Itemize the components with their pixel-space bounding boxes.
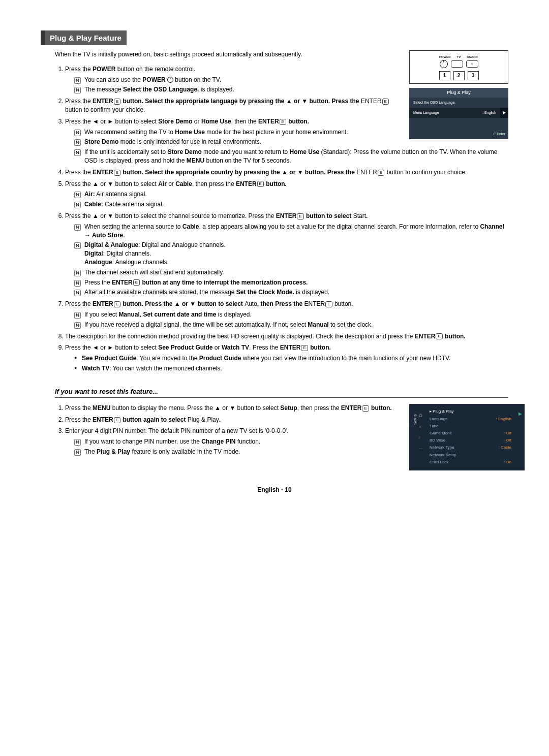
note-item: Store Demo mode is only intended for use… bbox=[74, 138, 508, 146]
note-item: The channel search will start and end au… bbox=[74, 268, 508, 277]
setup-row: Network Setup bbox=[425, 451, 525, 458]
note-item: After all the available channels are sto… bbox=[74, 288, 508, 297]
step-item: Press the MENU button to display the men… bbox=[65, 404, 402, 413]
note-item: The Plug & Play feature is only availabl… bbox=[74, 448, 402, 456]
osd-arrow: ▶ bbox=[500, 108, 508, 118]
enter-icon: E bbox=[382, 99, 389, 105]
note-item: When setting the antenna source to Cable… bbox=[74, 223, 508, 240]
osd-prompt: Select the OSD Language. bbox=[409, 98, 508, 108]
step-item: The description for the connection metho… bbox=[65, 332, 508, 341]
setup-first-label: ▸ Plug & Play bbox=[430, 408, 454, 414]
setup-osd-figure: Setup ✿ ☀ ≡ ⋯ ▶ ▸ Plug & Play Language: … bbox=[409, 404, 508, 471]
label-onoff: ON/OFF bbox=[467, 55, 478, 59]
bullet-item: See Product Guide: You are moved to the … bbox=[74, 354, 508, 363]
enter-icon: E bbox=[378, 170, 384, 176]
setup-row: Language: English bbox=[425, 415, 525, 422]
setup-row-first: ▸ Plug & Play bbox=[425, 408, 525, 415]
osd-row-label: Menu Language bbox=[413, 110, 439, 115]
enter-icon: E bbox=[133, 279, 140, 286]
setup-row: Child Lock: On bbox=[425, 458, 525, 465]
setup-row: BD Wise: Off bbox=[425, 437, 525, 444]
enter-icon: E bbox=[436, 333, 442, 339]
gear-icon: ✿ bbox=[418, 412, 422, 419]
enter-icon: E bbox=[114, 417, 120, 423]
setup-side-label: Setup bbox=[412, 414, 418, 425]
step-item: Press the ENTERE button. Press the ▲ or … bbox=[65, 300, 508, 329]
bullet-item: Watch TV: You can watch the memorized ch… bbox=[74, 364, 508, 373]
onoff-btn: ♀ bbox=[466, 60, 478, 68]
note-item: If the unit is accidentally set to Store… bbox=[74, 148, 508, 165]
power-icon bbox=[167, 77, 173, 83]
step-item: Press the ◄ or ► button to select See Pr… bbox=[65, 343, 508, 372]
enter-icon: E bbox=[257, 181, 264, 187]
setup-row: Time bbox=[425, 422, 525, 429]
enter-icon: E bbox=[362, 405, 369, 412]
label-power: POWER bbox=[439, 55, 451, 59]
page-footer: English - 10 bbox=[41, 486, 508, 494]
note-item: We recommend setting the TV to Home Use … bbox=[74, 128, 508, 137]
step-item: Enter your 4 digit PIN number. The defau… bbox=[65, 427, 402, 456]
enter-icon: E bbox=[114, 170, 120, 176]
note-item: If you have received a digital signal, t… bbox=[74, 321, 508, 329]
main-content: POWER TV ON/OFF ♀ 1 2 3 Plug & Play Sele… bbox=[55, 50, 508, 470]
enter-icon: E bbox=[280, 119, 286, 125]
enter-icon: E bbox=[325, 301, 332, 307]
note-item: The message Select the OSD Language. is … bbox=[74, 85, 508, 94]
note-item: You can also use the POWER button on the… bbox=[74, 76, 508, 84]
section-header: Plug & Play Feature bbox=[41, 30, 508, 45]
step-item: Press the ENTERE button. Select the appr… bbox=[65, 168, 508, 177]
note-item: If you select Manual, Set current date a… bbox=[74, 310, 508, 319]
right-figures: POWER TV ON/OFF ♀ 1 2 3 Plug & Play Sele… bbox=[409, 50, 508, 139]
section-title: Plug & Play Feature bbox=[41, 30, 127, 45]
enter-icon: E bbox=[301, 345, 308, 351]
enter-icon: E bbox=[114, 99, 120, 105]
setup-osd: Setup ✿ ☀ ≡ ⋯ ▶ ▸ Plug & Play Language: … bbox=[409, 404, 525, 471]
note-item: Press the ENTERE button at any time to i… bbox=[74, 278, 508, 287]
reset-steps: Press the MENU button to display the men… bbox=[55, 404, 402, 456]
enter-icon: E bbox=[114, 301, 120, 307]
step-item: Press the ▲ or ▼ button to select the ch… bbox=[65, 212, 508, 297]
osd-row-value: : English bbox=[482, 110, 496, 115]
lines-icon: ≡ bbox=[418, 435, 422, 440]
note-item: Air: Air antenna signal. bbox=[74, 190, 508, 199]
power-btn-icon bbox=[440, 60, 448, 68]
step-item: Press the ▲ or ▼ button to select Air or… bbox=[65, 180, 508, 209]
dots-icon: ⋯ bbox=[418, 446, 422, 451]
bright-icon: ☀ bbox=[418, 424, 422, 430]
note-item: Cable: Cable antenna signal. bbox=[74, 200, 508, 209]
label-tv: TV bbox=[457, 55, 461, 59]
setup-row: Game Mode: Off bbox=[425, 429, 525, 436]
osd-menu-language-row: Menu Language : English bbox=[409, 108, 500, 118]
note-item: Digital & Analogue: Digital and Analogue… bbox=[74, 241, 508, 266]
enter-icon: E bbox=[297, 213, 303, 219]
setup-first-arrow: ▶ bbox=[518, 411, 522, 417]
reset-title: If you want to reset this feature... bbox=[55, 387, 508, 398]
tv-btn bbox=[451, 60, 463, 68]
step-item: Press the ENTERE button again to select … bbox=[65, 416, 402, 424]
setup-icons: ✿ ☀ ≡ ⋯ bbox=[418, 412, 422, 452]
note-item: If you want to change PIN number, use th… bbox=[74, 437, 402, 446]
setup-row: Network Type: Cable bbox=[425, 444, 525, 451]
